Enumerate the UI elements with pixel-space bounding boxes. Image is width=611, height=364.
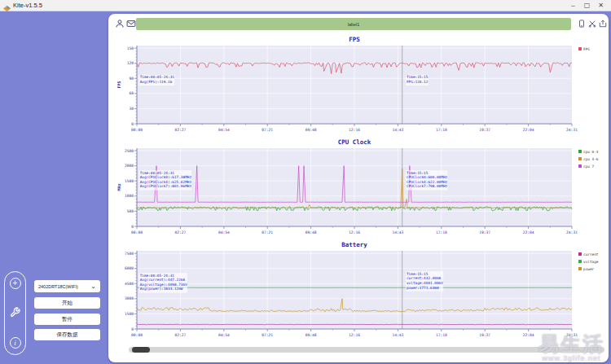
sidebar-tool-group: + i bbox=[4, 271, 26, 355]
svg-text:voltage: voltage bbox=[583, 260, 599, 264]
battery-chart[interactable]: 01500300045006000750000:0002:2704:5407:2… bbox=[114, 239, 609, 342]
device-select[interactable]: 2402DRT18C(WIFI) ⌄ bbox=[34, 280, 100, 292]
svg-text:4500: 4500 bbox=[125, 282, 134, 286]
svg-text:0: 0 bbox=[131, 122, 134, 126]
app-window: Kite-v1.5.5 – ▢ ✕ + i bbox=[0, 0, 611, 364]
svg-text:Time:15:15: Time:15:15 bbox=[407, 171, 429, 175]
svg-text:Avg(CPUClock7):801.96MHz: Avg(CPUClock7):801.96MHz bbox=[140, 184, 192, 188]
window-title: Kite-v1.5.5 bbox=[13, 2, 42, 9]
fps-chart[interactable]: 030609012015000:0002:2704:5407:2109:4812… bbox=[114, 34, 609, 137]
start-button[interactable]: 开始 bbox=[34, 297, 100, 309]
svg-text:24:31: 24:31 bbox=[566, 333, 578, 337]
svg-text:02:27: 02:27 bbox=[174, 333, 186, 337]
svg-text:22:04: 22:04 bbox=[523, 128, 534, 132]
svg-text:Avg(current):447.22mA: Avg(current):447.22mA bbox=[140, 278, 186, 282]
device-select-value: 2402DRT18C(WIFI) bbox=[38, 284, 78, 289]
svg-text:cpu 4-6: cpu 4-6 bbox=[583, 157, 599, 161]
info-circle-icon: i bbox=[14, 340, 16, 347]
label-text: label1 bbox=[348, 22, 360, 27]
svg-text:150: 150 bbox=[127, 46, 134, 50]
timeline-scrollbar-track[interactable] bbox=[129, 347, 604, 353]
svg-text:3000: 3000 bbox=[125, 296, 134, 300]
svg-text:12:16: 12:16 bbox=[349, 128, 360, 132]
svg-text:Avg(CPUClock4):625.02MHz: Avg(CPUClock4):625.02MHz bbox=[140, 180, 192, 184]
svg-text:FPS: FPS bbox=[583, 47, 590, 51]
svg-text:19:37: 19:37 bbox=[479, 128, 490, 132]
maximize-button[interactable]: ▢ bbox=[580, 0, 594, 11]
svg-text:Time:15:15: Time:15:15 bbox=[407, 75, 429, 79]
app-icon bbox=[3, 2, 11, 9]
info-button[interactable]: i bbox=[10, 337, 21, 349]
svg-text:CPU Clock: CPU Clock bbox=[338, 138, 371, 146]
svg-text:Avg(power):1833.12mW: Avg(power):1833.12mW bbox=[140, 287, 183, 291]
svg-text:500: 500 bbox=[127, 209, 134, 213]
svg-text:00:00: 00:00 bbox=[131, 333, 143, 337]
label-bar[interactable]: label1 bbox=[136, 18, 571, 30]
timeline-scrollbar-thumb[interactable] bbox=[132, 347, 150, 353]
svg-text:30: 30 bbox=[129, 107, 134, 111]
svg-text:24:31: 24:31 bbox=[566, 230, 578, 235]
svg-text:power:1771.63mW: power:1771.63mW bbox=[407, 286, 439, 290]
svg-text:14:43: 14:43 bbox=[392, 333, 403, 337]
svg-text:1500: 1500 bbox=[125, 312, 134, 316]
svg-text:Time:00:05-24:31: Time:00:05-24:31 bbox=[140, 171, 175, 175]
scissors-icon[interactable] bbox=[588, 20, 596, 28]
svg-text:1000: 1000 bbox=[125, 194, 134, 198]
svg-text:04:54: 04:54 bbox=[218, 230, 230, 235]
svg-text:09:48: 09:48 bbox=[306, 230, 317, 235]
svg-text:Time:15:15: Time:15:15 bbox=[407, 272, 429, 276]
svg-text:09:48: 09:48 bbox=[306, 333, 317, 337]
app-content: + i 2402DRT18C(WIFI) ⌄ 开始 暂停 保存数据 bbox=[0, 11, 611, 364]
minimize-button[interactable]: – bbox=[566, 0, 580, 11]
svg-text:6000: 6000 bbox=[125, 266, 134, 270]
svg-text:17:10: 17:10 bbox=[436, 128, 447, 132]
pause-button[interactable]: 暂停 bbox=[34, 314, 100, 325]
export-icon[interactable] bbox=[599, 20, 607, 28]
svg-text:FPS:120.12: FPS:120.12 bbox=[407, 80, 429, 84]
svg-text:22:04: 22:04 bbox=[523, 333, 534, 337]
svg-text:60: 60 bbox=[129, 91, 134, 95]
svg-text:00:00: 00:00 bbox=[131, 230, 143, 235]
save-data-button[interactable]: 保存数据 bbox=[34, 329, 100, 340]
svg-text:7500: 7500 bbox=[125, 252, 134, 256]
svg-text:22:04: 22:04 bbox=[523, 230, 534, 235]
svg-text:MHz: MHz bbox=[116, 183, 121, 191]
svg-text:FPS: FPS bbox=[116, 81, 121, 88]
svg-text:cpu 0-3: cpu 0-3 bbox=[583, 150, 599, 154]
svg-text:07:21: 07:21 bbox=[262, 333, 273, 337]
svg-text:2000: 2000 bbox=[125, 164, 134, 168]
svg-text:cpu 7: cpu 7 bbox=[583, 164, 595, 169]
svg-text:00:00: 00:00 bbox=[131, 128, 143, 132]
add-device-button[interactable]: + bbox=[10, 278, 21, 289]
svg-text:power: power bbox=[583, 267, 595, 271]
svg-text:0: 0 bbox=[131, 225, 134, 229]
svg-text:CPUClock4:622.00MHz: CPUClock4:622.00MHz bbox=[407, 180, 448, 184]
svg-text:2500: 2500 bbox=[125, 149, 134, 153]
svg-text:07:21: 07:21 bbox=[262, 128, 273, 132]
svg-text:Avg(CPUClock0):617.38MHz: Avg(CPUClock0):617.38MHz bbox=[140, 175, 192, 179]
svg-text:0: 0 bbox=[131, 327, 134, 331]
svg-text:02:27: 02:27 bbox=[174, 128, 186, 132]
device-icon[interactable] bbox=[578, 20, 586, 28]
mail-icon[interactable] bbox=[126, 19, 136, 29]
svg-text:CPUClock0:600.00MHz: CPUClock0:600.00MHz bbox=[407, 175, 448, 179]
svg-text:02:27: 02:27 bbox=[174, 230, 186, 235]
window-controls: – ▢ ✕ bbox=[566, 0, 608, 11]
wrench-icon[interactable] bbox=[10, 306, 20, 321]
svg-text:04:54: 04:54 bbox=[218, 333, 230, 337]
user-icon[interactable] bbox=[115, 19, 125, 29]
chevron-down-icon: ⌄ bbox=[90, 284, 96, 289]
svg-text:17:10: 17:10 bbox=[436, 230, 447, 235]
cpu-clock-chart[interactable]: 0500100015002000250000:0002:2704:5407:21… bbox=[114, 137, 609, 239]
svg-text:19:37: 19:37 bbox=[479, 230, 490, 235]
svg-text:1500: 1500 bbox=[125, 179, 134, 183]
svg-text:FPS: FPS bbox=[349, 36, 360, 43]
svg-text:voltage:4001.00mV: voltage:4001.00mV bbox=[407, 281, 443, 285]
svg-text:current: current bbox=[583, 252, 599, 257]
svg-text:Avg(FPS):119.16: Avg(FPS):119.16 bbox=[140, 80, 173, 84]
titlebar: Kite-v1.5.5 – ▢ ✕ bbox=[0, 0, 611, 11]
svg-text:90: 90 bbox=[129, 77, 134, 81]
svg-text:Time:00:05-24:31: Time:00:05-24:31 bbox=[140, 274, 175, 278]
svg-text:Battery: Battery bbox=[341, 241, 367, 248]
close-button[interactable]: ✕ bbox=[594, 0, 608, 11]
